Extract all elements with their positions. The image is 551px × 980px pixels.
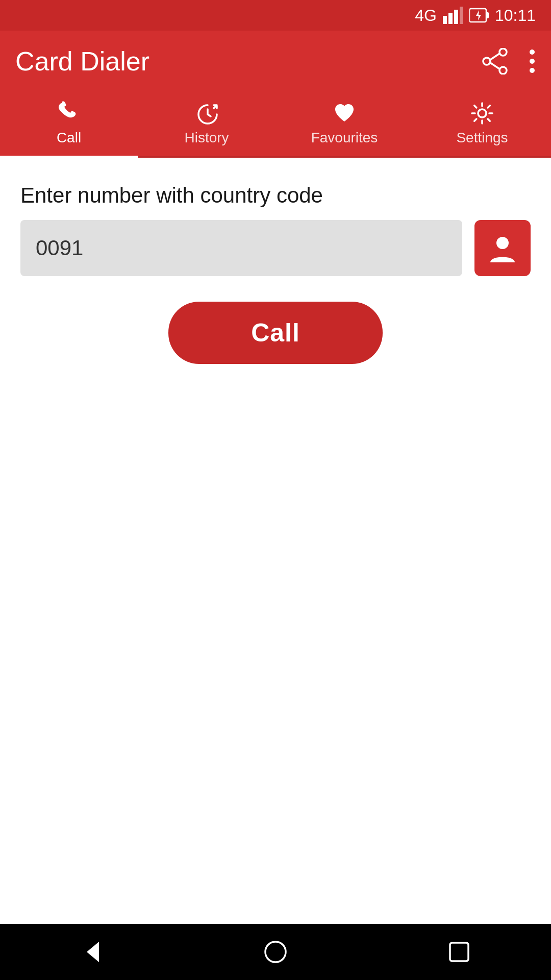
tab-favourites[interactable]: Favourites	[276, 92, 413, 156]
clock: 10:11	[495, 6, 536, 25]
app-bar: Card Dialer	[0, 31, 551, 92]
tab-settings[interactable]: Settings	[413, 92, 551, 156]
contact-icon	[485, 231, 520, 265]
call-button[interactable]: Call	[168, 302, 383, 364]
svg-point-12	[530, 50, 535, 55]
contact-picker-button[interactable]	[474, 220, 531, 276]
svg-point-17	[496, 237, 509, 249]
app-title: Card Dialer	[15, 46, 482, 77]
svg-line-11	[490, 63, 499, 69]
tab-settings-label: Settings	[456, 130, 508, 146]
svg-point-15	[478, 109, 486, 117]
tab-call-label: Call	[57, 130, 81, 146]
more-icon	[529, 48, 536, 75]
home-button[interactable]	[254, 930, 297, 973]
svg-line-10	[490, 54, 499, 60]
status-bar: 4G 10:11	[0, 0, 551, 31]
home-icon	[262, 939, 289, 965]
tab-favourites-label: Favourites	[311, 130, 378, 146]
svg-rect-0	[443, 16, 447, 24]
settings-tab-icon	[470, 101, 494, 126]
svg-rect-1	[448, 13, 453, 24]
back-icon	[79, 939, 105, 965]
tab-history-label: History	[184, 130, 229, 146]
svg-point-8	[499, 67, 507, 74]
svg-rect-2	[454, 10, 458, 24]
svg-point-19	[265, 942, 286, 962]
battery-icon	[469, 7, 489, 24]
network-indicator: 4G	[415, 6, 437, 25]
history-tab-icon	[194, 101, 219, 126]
main-content: Enter number with country code Call	[0, 158, 551, 924]
svg-marker-6	[476, 10, 481, 20]
svg-point-7	[499, 48, 507, 56]
call-tab-icon	[57, 101, 81, 126]
input-label: Enter number with country code	[20, 183, 531, 208]
svg-rect-3	[460, 7, 463, 24]
share-icon	[482, 48, 508, 75]
status-icons: 4G 10:11	[415, 6, 536, 25]
svg-point-14	[530, 68, 535, 73]
more-options-button[interactable]	[529, 48, 536, 75]
tab-call[interactable]: Call	[0, 92, 138, 156]
svg-rect-20	[450, 943, 468, 961]
signal-icon	[443, 7, 463, 24]
call-button-wrap: Call	[20, 302, 531, 364]
recents-button[interactable]	[438, 930, 481, 973]
svg-marker-18	[87, 942, 99, 962]
svg-point-9	[483, 58, 490, 65]
tab-bar: Call History Favourites Settings	[0, 92, 551, 158]
svg-rect-5	[486, 12, 489, 18]
app-bar-actions	[482, 48, 536, 75]
tab-history[interactable]: History	[138, 92, 276, 156]
share-button[interactable]	[482, 48, 508, 75]
favourites-tab-icon	[332, 101, 357, 126]
input-row	[20, 220, 531, 276]
nav-bar	[0, 924, 551, 980]
recents-icon	[446, 939, 472, 965]
phone-number-input[interactable]	[20, 220, 462, 276]
back-button[interactable]	[70, 930, 113, 973]
svg-point-13	[530, 59, 535, 64]
